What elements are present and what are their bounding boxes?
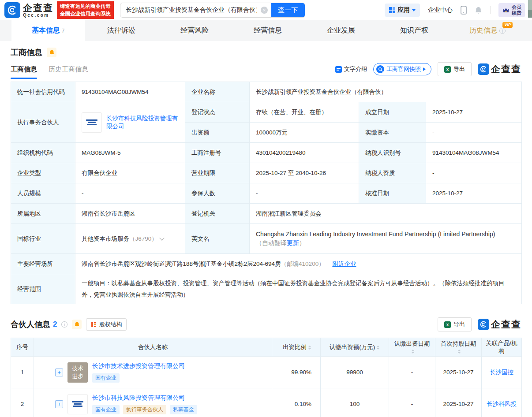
partner-no: 2 [11,388,34,417]
grid-icon [389,7,395,13]
partner-row: 1 + 技术进步 长沙市技术进步投资管理有限公司 国有企业 99.90% 999… [11,357,522,388]
snapshot-icon [376,65,384,73]
partner-date: - [389,388,435,417]
expand-row-button[interactable]: + [55,369,63,376]
staff-label: 人员规模 [11,183,75,204]
tab-development[interactable]: 企业发展 [304,20,378,41]
partners-export-button[interactable]: x 导出 [438,317,472,331]
tab-operation-info[interactable]: 经营信息 [231,20,304,41]
enterprise-center-link[interactable]: 企业中心 [428,6,453,14]
tab-operation-risk[interactable]: 经营风险 [158,20,231,41]
col-first-date[interactable]: 首次持股日期 [435,338,482,357]
partners-table: 序号 合伙人名称 出资比例 认缴出资额(万元) 认缴出资日期 首次持股日期 关联… [11,338,522,417]
notification-bell-icon[interactable] [475,6,482,15]
tab-basic-count: 7 [62,28,65,34]
status-label: 登记状态 [185,102,250,123]
vip-label-1: 会员 [512,4,521,10]
taxpayer-id-label: 纳税人识别号 [359,143,426,163]
partners-info-icon[interactable]: i [61,321,67,328]
capital-value: 100000万元 [250,123,359,143]
nearby-companies-link[interactable]: 附近企业 [332,261,356,267]
english-name-value: Changsha Zhanxin Leading Industry Invest… [250,224,522,254]
credit-code-label: 统一社会信用代码 [11,82,75,102]
term-value: 2025-10-27 至 2040-10-26 [250,163,359,183]
vip-label-2: 续费 [512,10,521,16]
scope-label: 经营范围 [11,274,75,304]
expand-row-button[interactable]: + [55,400,63,408]
tab-intellectual-property[interactable]: 知识产权 [378,20,451,41]
tag-state-owned: 国有企业 [92,405,120,414]
col-amount[interactable]: 认缴出资额(万元) [321,338,389,357]
tab-legal[interactable]: 法律诉讼 [85,20,158,41]
excel-icon: x [444,321,451,328]
brand-slogan: 缔造有远见的商业传奇 全国企业信用查询系统 [57,1,114,19]
divider [490,6,491,14]
search-clear-icon[interactable]: × [261,7,268,14]
partner-ratio: 99.90% [272,357,321,388]
company-type-label: 企业类型 [11,163,75,183]
excel-icon: x [444,66,451,73]
scrollbar[interactable] [528,0,532,18]
translation-update-link[interactable]: 更新 [287,239,299,246]
sort-icon[interactable] [411,350,415,354]
col-ratio[interactable]: 出资比例 [272,338,321,357]
capital-label: 出资额 [185,123,250,143]
search-input[interactable] [120,7,261,14]
registry-value: 湖南湘江新区管理委员会 [250,204,522,224]
qcc-logo-icon [4,2,20,18]
partner-name-link[interactable]: 长沙市技术进步投资管理有限公司 [92,362,185,370]
insured-label: 参保人数 [185,183,250,204]
col-name: 合伙人名称 [34,338,272,357]
credit-code-value: 91430104MAG08JWM54 [75,82,185,102]
chevron-down-icon [412,9,416,11]
industry-value: 其他资本市场服务（J6790） [75,224,185,254]
subtab-history-business-info[interactable]: 历史工商信息 [49,65,88,79]
partner-date: - [389,357,435,388]
sort-icon[interactable] [457,350,461,354]
partner-logo [67,394,88,414]
partner-row: 2 + 长沙市科技风险投资管理有限公司 国有企业 执行事务合伙人 私募基金 [11,388,522,417]
partner-first-date: 2025-10-27 [435,388,482,417]
area-value: 湖南省长沙市岳麓区 [75,204,185,224]
tab-basic-info[interactable]: 基本信息7 [11,20,85,41]
approval-value: 2025-10-27 [426,183,522,204]
equity-structure-button[interactable]: 股权结构 [86,318,127,331]
sort-icon[interactable] [376,346,380,350]
subtab-business-info[interactable]: 工商信息 [11,65,37,79]
col-date[interactable]: 认缴出资日期 [389,338,435,357]
partner-amount: 99900 [321,357,389,388]
export-button[interactable]: x 导出 [438,62,472,76]
exec-partner-cell: 长沙市科技风险投资管理有限公司 [75,102,185,143]
english-name-label: 英文名 [185,224,250,254]
exec-partner-logo [82,112,102,133]
sort-icon[interactable] [308,346,311,350]
document-icon [335,66,342,73]
vip-renew-button[interactable]: 会员 续费 [498,3,525,17]
insured-value: - [250,183,359,204]
tab-history-info[interactable]: VIP 历史信息 i [451,20,524,41]
info-icon[interactable]: i [499,28,506,34]
industry-expand-icon[interactable] [159,235,164,240]
tag-executive-partner: 执行事务合伙人 [123,405,166,414]
partners-count: 2 [53,320,57,329]
partner-name-link[interactable]: 长沙市科技风险投资管理有限公司 [92,394,197,402]
brand-name: 企查查 [23,3,53,12]
partner-amount: 100 [321,388,389,417]
taxpayer-quality-value: - [426,163,522,183]
apps-menu-button[interactable]: 应用 [385,4,420,17]
exec-partner-link[interactable]: 长沙市科技风险投资管理有限公司 [106,115,179,130]
official-snapshot-button[interactable]: 工商官网快照 [373,63,431,75]
col-related: 关联产品/机构 [482,338,522,357]
main-tab-bar: 基本信息7 法律诉讼 经营风险 经营信息 企业发展 知识产权 VIP 历史信息 … [0,20,532,41]
monitor-bell-icon[interactable] [47,48,56,57]
text-intro-button[interactable]: 文字介绍 [335,65,367,73]
qcc-logo[interactable]: 企查查 Qcc.com [4,2,53,18]
taxpayer-id-value: 91430104MAG08JWM54 [426,143,522,163]
mobile-app-icon[interactable] [461,6,467,15]
partners-monitor-bell-icon[interactable] [72,320,82,329]
related-product-link[interactable]: 长沙科风投 [487,401,517,407]
business-section-title: 工商信息 [11,47,42,58]
related-product-link[interactable]: 长沙国控 [490,369,513,376]
partner-first-date: 2025-10-27 [435,357,482,388]
search-button[interactable]: 查一下 [271,3,305,18]
